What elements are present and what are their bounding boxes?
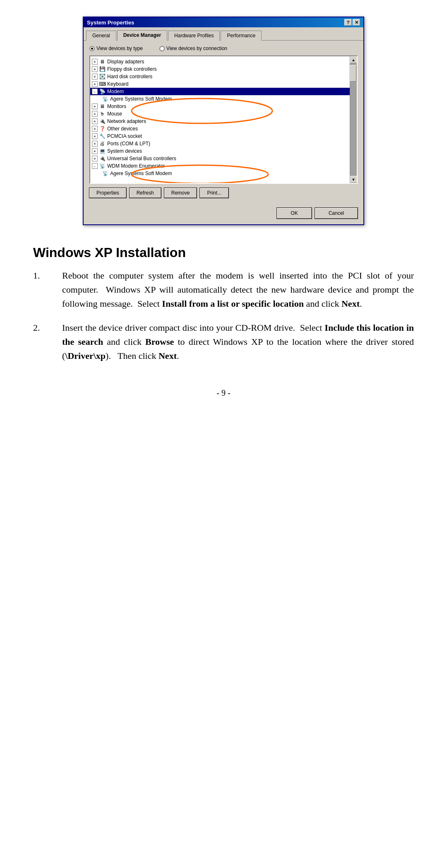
usb-icon: 🔌 xyxy=(99,155,106,162)
titlebar-controls: ? ✕ xyxy=(344,19,360,26)
list-item[interactable]: + ❓ Other devices xyxy=(90,125,357,132)
monitors-icon: 🖥 xyxy=(99,103,106,110)
wdm-label: WDM Modem Enumerator xyxy=(107,163,165,169)
list-item[interactable]: + ⌨ Keyboard xyxy=(90,80,357,88)
list-item-modem[interactable]: - 📡 Modem xyxy=(90,88,357,95)
ok-cancel-row: OK Cancel xyxy=(84,204,363,224)
device-list-box[interactable]: + 🖥 Display adapters + 💾 Floppy disk con… xyxy=(89,55,358,184)
system-label: System devices xyxy=(107,148,142,154)
expand-floppy[interactable]: + xyxy=(92,66,98,72)
print-button[interactable]: Print... xyxy=(200,188,228,198)
harddisk-label: Hard disk controllers xyxy=(107,74,152,79)
monitors-label: Monitors xyxy=(107,103,126,109)
titlebar-label: System Properties xyxy=(87,19,134,26)
mouse-icon: 🖱 xyxy=(99,111,106,117)
list-item[interactable]: + 🔌 Universal Serial Bus controllers xyxy=(90,155,357,162)
list-item-wdm[interactable]: - 📡 WDM Modem Enumerator xyxy=(90,162,357,170)
tabs-bar: General Device Manager Hardware Profiles… xyxy=(84,27,363,41)
radio-by-type-label: View devices by type xyxy=(96,46,143,51)
scroll-up-arrow[interactable]: ▲ xyxy=(350,56,357,63)
step-2-num: 2. xyxy=(33,321,62,363)
step-1-text: Reboot the computer system after the mod… xyxy=(62,269,414,311)
expand-display[interactable]: + xyxy=(92,59,98,65)
keyboard-label: Keyboard xyxy=(107,81,128,87)
section-title: Windows XP Installation xyxy=(33,245,414,260)
expand-mouse[interactable]: + xyxy=(92,111,98,117)
scrollbar[interactable]: ▲ ▼ xyxy=(350,56,357,183)
expand-harddisk[interactable]: + xyxy=(92,74,98,79)
tab-device-manager[interactable]: Device Manager xyxy=(117,30,167,41)
tab-performance[interactable]: Performance xyxy=(221,31,262,41)
list-item[interactable]: 📡 Agere Systems Soft Modem xyxy=(90,170,357,177)
list-item[interactable]: + 💻 System devices xyxy=(90,147,357,155)
harddisk-icon: 💽 xyxy=(99,73,106,80)
expand-modem[interactable]: - xyxy=(92,89,98,94)
system-icon: 💻 xyxy=(99,148,106,154)
step-2: 2. Insert the device driver compact disc… xyxy=(33,321,414,363)
pcmcia-label: PCMCIA socket xyxy=(107,133,142,139)
expand-wdm[interactable]: - xyxy=(92,163,98,169)
refresh-button[interactable]: Refresh xyxy=(130,188,161,198)
display-label: Display adapters xyxy=(107,59,144,65)
radio-group: View devices by type View devices by con… xyxy=(89,46,358,51)
list-item[interactable]: 📡 Agere Systems Soft Modem xyxy=(90,95,357,103)
dialog-wrapper: System Properties ? ✕ General Device Man… xyxy=(33,17,414,225)
system-properties-dialog: System Properties ? ✕ General Device Man… xyxy=(83,17,364,225)
network-icon: 🔌 xyxy=(99,118,106,125)
tab-hardware-profiles[interactable]: Hardware Profiles xyxy=(168,31,220,41)
wdm-child-label: Agere Systems Soft Modem xyxy=(110,171,172,176)
other-icon: ❓ xyxy=(99,125,106,132)
mouse-label: Mouse xyxy=(107,111,122,117)
ports-icon: 🖨 xyxy=(99,140,106,147)
usb-label: Universal Serial Bus controllers xyxy=(107,156,176,161)
list-item[interactable]: + 🖥 Display adapters xyxy=(90,58,357,65)
help-button[interactable]: ? xyxy=(344,19,352,26)
list-item[interactable]: + 🔧 PCMCIA socket xyxy=(90,132,357,140)
close-button[interactable]: ✕ xyxy=(353,19,360,26)
properties-button[interactable]: Properties xyxy=(89,188,126,198)
keyboard-icon: ⌨ xyxy=(99,81,106,87)
expand-other[interactable]: + xyxy=(92,126,98,132)
cancel-button[interactable]: Cancel xyxy=(315,208,358,219)
titlebar: System Properties ? ✕ xyxy=(84,17,363,27)
remove-button[interactable]: Remove xyxy=(164,188,197,198)
display-icon: 🖥 xyxy=(99,58,106,65)
list-item[interactable]: + 🖨 Ports (COM & LPT) xyxy=(90,140,357,147)
scrollbar-thumb[interactable] xyxy=(350,65,356,82)
scroll-down-arrow[interactable]: ▼ xyxy=(350,176,357,183)
list-item[interactable]: + 💽 Hard disk controllers xyxy=(90,73,357,80)
tab-content: View devices by type View devices by con… xyxy=(84,41,363,204)
expand-pcmcia[interactable]: + xyxy=(92,133,98,139)
list-item[interactable]: + 🖥 Monitors xyxy=(90,103,357,110)
tab-general[interactable]: General xyxy=(86,31,116,41)
page-number: - 9 - xyxy=(33,388,414,398)
document-section: Windows XP Installation 1. Reboot the co… xyxy=(33,245,414,363)
expand-ports[interactable]: + xyxy=(92,141,98,147)
action-buttons: Properties Refresh Remove Print... xyxy=(89,188,358,198)
radio-by-type-circle xyxy=(89,46,95,51)
ports-label: Ports (COM & LPT) xyxy=(107,141,150,147)
expand-keyboard[interactable]: + xyxy=(92,81,98,87)
radio-by-connection[interactable]: View devices by connection xyxy=(159,46,227,51)
floppy-icon: 💾 xyxy=(99,66,106,72)
list-item[interactable]: + 🔌 Network adapters xyxy=(90,118,357,125)
device-list-container: + 🖥 Display adapters + 💾 Floppy disk con… xyxy=(89,55,358,184)
scrollbar-track[interactable] xyxy=(350,63,357,176)
step-1-num: 1. xyxy=(33,269,62,311)
expand-monitors[interactable]: + xyxy=(92,103,98,109)
expand-usb[interactable]: + xyxy=(92,156,98,161)
modem-icon: 📡 xyxy=(99,88,106,95)
list-item[interactable]: + 🖱 Mouse xyxy=(90,110,357,118)
expand-network[interactable]: + xyxy=(92,118,98,124)
radio-by-type[interactable]: View devices by type xyxy=(89,46,143,51)
ok-button[interactable]: OK xyxy=(277,208,311,219)
floppy-label: Floppy disk controllers xyxy=(107,66,156,72)
expand-system[interactable]: + xyxy=(92,148,98,154)
radio-by-connection-label: View devices by connection xyxy=(166,46,227,51)
other-label: Other devices xyxy=(107,126,138,132)
list-item[interactable]: + 💾 Floppy disk controllers xyxy=(90,65,357,73)
device-list-inner: + 🖥 Display adapters + 💾 Floppy disk con… xyxy=(90,56,357,183)
wdm-child-icon: 📡 xyxy=(102,170,108,177)
network-label: Network adapters xyxy=(107,118,146,124)
titlebar-title: System Properties xyxy=(87,19,134,26)
